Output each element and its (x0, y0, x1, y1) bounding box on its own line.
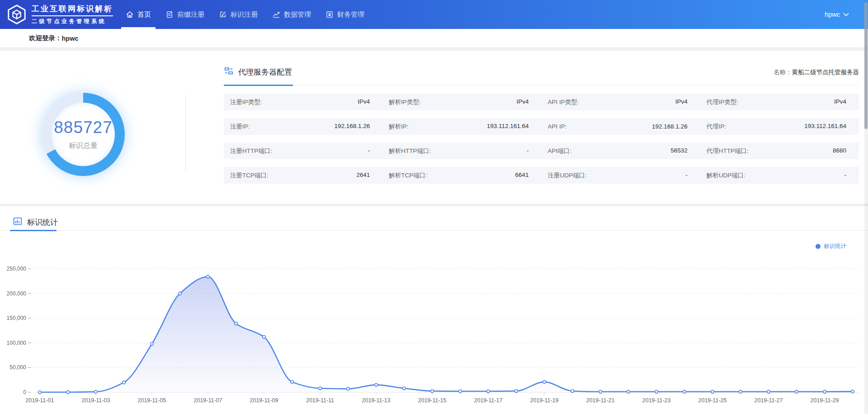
stats-card: 标识统计 标识统计 050,000100,000150,000200,00025… (0, 206, 868, 414)
x-axis-label: 2019-11-05 (137, 397, 166, 404)
nav-item-label: 首页 (137, 10, 151, 19)
data-point[interactable] (375, 383, 378, 386)
app-header: 工业互联网标识解析 二级节点业务管理系统 首页前缀注册标识注册数据管理财务管理 … (0, 0, 868, 29)
x-axis-label: 2019-11-03 (81, 397, 110, 404)
server-name: 名称：黄船二级节点托管服务器 (774, 68, 859, 76)
data-point[interactable] (599, 390, 602, 393)
config-value: - (844, 171, 847, 180)
proxy-config-panel: 代理服务器配置 名称：黄船二级节点托管服务器 注册IP类型:IPv4解析IP类型… (224, 66, 859, 191)
config-row: 注册IP类型:IPv4解析IP类型:IPv4API IP类型:IPv4代理IP类… (224, 94, 859, 110)
user-menu[interactable]: hpwc (825, 11, 849, 18)
data-point[interactable] (627, 390, 630, 393)
user-name: hpwc (825, 11, 840, 18)
y-axis-label: 50,000 (9, 364, 26, 371)
data-point[interactable] (431, 390, 434, 393)
data-management-icon (272, 10, 280, 19)
config-label: 代理IP类型: (707, 98, 739, 106)
config-label: 注册IP类型: (230, 98, 262, 106)
data-point[interactable] (94, 390, 98, 394)
scrollbar-track[interactable] (864, 0, 868, 414)
welcome-label: 欢迎登录： (29, 34, 62, 43)
logo-text: 工业互联网标识解析 二级节点业务管理系统 (32, 4, 113, 25)
data-point[interactable] (403, 387, 406, 390)
data-point[interactable] (207, 275, 210, 278)
config-cell: 注册IP:192.168.1.26 (224, 123, 382, 131)
x-axis-label: 2019-11-21 (586, 397, 614, 404)
config-label: 注册HTTP端口: (230, 147, 272, 155)
data-point[interactable] (571, 390, 574, 393)
welcome-username: hpwc (62, 35, 79, 42)
config-label: 代理IP: (707, 123, 726, 131)
data-point[interactable] (795, 390, 798, 393)
config-cell: 代理HTTP端口:8680 (700, 147, 859, 155)
data-point[interactable] (515, 390, 518, 393)
y-axis-label: 100,000 (7, 340, 27, 346)
data-point[interactable] (711, 390, 714, 393)
config-cell: 解析IP类型:IPv4 (382, 98, 541, 106)
data-point[interactable] (179, 292, 182, 295)
config-label: 注册TCP端口: (230, 171, 269, 180)
config-label: 解析HTTP端口: (389, 147, 431, 155)
x-axis-label: 2019-11-25 (698, 397, 726, 404)
logo-title: 工业互联网标识解析 (32, 4, 113, 16)
y-axis-label: 200,000 (7, 290, 27, 297)
data-point[interactable] (151, 343, 154, 346)
data-point[interactable] (38, 391, 42, 394)
data-point[interactable] (767, 390, 770, 393)
config-label: API IP: (548, 123, 567, 130)
chevron-down-icon (843, 11, 849, 18)
line-chart: 050,000100,000150,000200,000250,0002019-… (0, 206, 868, 414)
config-value: IPv4 (675, 98, 688, 106)
data-point[interactable] (123, 381, 126, 384)
config-label: 解析TCP端口: (389, 171, 427, 180)
x-axis-label: 2019-11-01 (25, 397, 54, 404)
data-point[interactable] (347, 387, 350, 390)
nav-item-4[interactable]: 财务管理 (318, 0, 372, 29)
data-point[interactable] (683, 390, 686, 393)
data-point[interactable] (319, 387, 322, 390)
x-axis-label: 2019-11-15 (418, 397, 446, 404)
config-icon (224, 66, 234, 78)
config-value: - (527, 147, 529, 155)
identifier-register-icon (219, 10, 227, 19)
data-point[interactable] (543, 381, 546, 384)
nav-item-home[interactable]: 首页 (118, 0, 158, 29)
config-label: 注册IP: (230, 123, 250, 131)
config-value: 2641 (356, 171, 370, 180)
nav-item-label: 财务管理 (337, 10, 364, 19)
config-cell: API IP类型:IPv4 (542, 98, 700, 106)
config-value: 193.112.161.64 (487, 123, 529, 131)
finance-management-icon (326, 10, 334, 19)
x-axis-label: 2019-11-13 (362, 397, 390, 404)
config-cell: 解析UDP端口:- (700, 171, 859, 180)
data-point[interactable] (739, 390, 742, 393)
config-cell: 解析TCP端口:6641 (382, 171, 541, 180)
x-axis-label: 2019-11-09 (250, 397, 278, 404)
data-point[interactable] (291, 381, 294, 384)
config-label: API端口: (548, 147, 572, 155)
data-point[interactable] (459, 390, 462, 393)
nav-item-2[interactable]: 标识注册 (212, 0, 265, 29)
config-value: 56532 (670, 147, 688, 155)
data-point[interactable] (487, 390, 490, 393)
main-nav: 首页前缀注册标识注册数据管理财务管理 (118, 0, 372, 29)
nav-item-1[interactable]: 前缀注册 (158, 0, 212, 29)
config-value: IPv4 (358, 98, 370, 106)
config-value: - (685, 171, 688, 180)
total-identifiers-donut: 885727 标识总量 (42, 93, 125, 176)
nav-item-3[interactable]: 数据管理 (265, 0, 318, 29)
scrollbar-thumb[interactable] (864, 2, 868, 129)
data-point[interactable] (823, 390, 826, 393)
config-label: API IP类型: (548, 98, 579, 106)
data-point[interactable] (66, 390, 70, 394)
x-axis-label: 2019-11-23 (642, 397, 670, 404)
data-point[interactable] (235, 322, 238, 325)
data-point[interactable] (263, 335, 266, 338)
config-cell: 代理IP类型:IPv4 (700, 98, 859, 106)
x-axis-label: 2019-11-29 (810, 397, 839, 404)
data-point[interactable] (851, 390, 854, 393)
proxy-config-title: 代理服务器配置 (224, 66, 292, 78)
data-point[interactable] (655, 390, 658, 393)
config-cell: 解析IP:193.112.161.64 (382, 123, 541, 131)
total-identifiers-label: 标识总量 (69, 141, 98, 151)
